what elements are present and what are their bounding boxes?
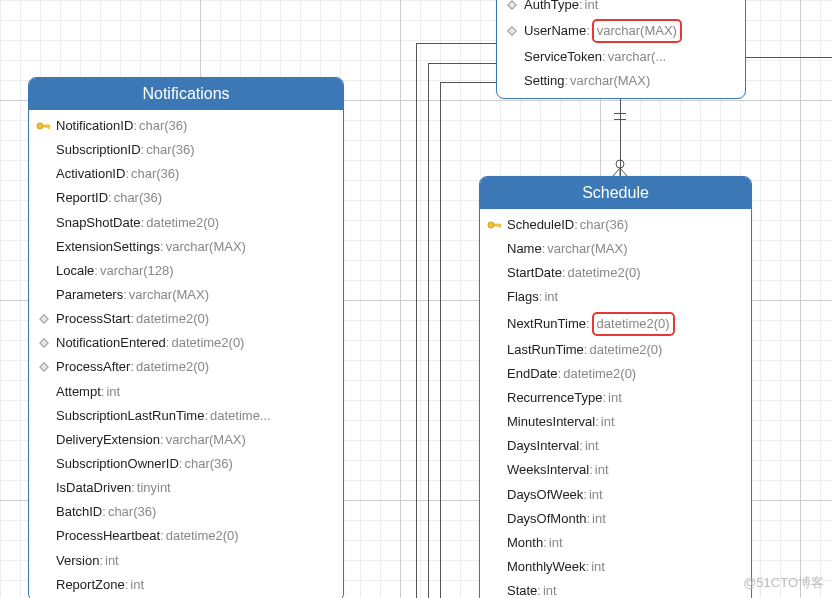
blank-icon (503, 74, 521, 88)
column-row[interactable]: NotificationEntered: datetime2(0) (29, 331, 343, 355)
column-row[interactable]: Locale: varchar(128) (29, 259, 343, 283)
column-row[interactable]: Version: int (29, 549, 343, 573)
column-row[interactable]: SubscriptionLastRunTime: datetime... (29, 404, 343, 428)
svg-rect-15 (499, 224, 501, 228)
column-name: SubscriptionOwnerID (56, 454, 179, 474)
column-type: char(36) (184, 454, 232, 474)
column-type: varchar(... (608, 47, 667, 67)
column-name: State (507, 581, 537, 598)
column-name: MinutesInterval (507, 412, 595, 432)
column-row[interactable]: MonthlyWeek: int (480, 555, 751, 579)
column-name: Month (507, 533, 543, 553)
column-name: StartDate (507, 263, 562, 283)
column-type: datetime2(0) (592, 312, 675, 336)
column-row[interactable]: NotificationID: char(36) (29, 114, 343, 138)
column-type: int (543, 581, 557, 598)
column-row[interactable]: DeliveryExtension: varchar(MAX) (29, 428, 343, 452)
column-row[interactable]: BatchID: char(36) (29, 500, 343, 524)
blank-icon (486, 536, 504, 550)
entity-top[interactable]: AuthType: intUserName: varchar(MAX)Servi… (496, 0, 746, 99)
blank-icon (486, 560, 504, 574)
column-type: datetime... (210, 406, 271, 426)
column-type: varchar(128) (100, 261, 174, 281)
column-name: NotificationID (56, 116, 133, 136)
column-row[interactable]: DaysOfWeek: int (480, 483, 751, 507)
column-type: int (585, 436, 599, 456)
blank-icon (486, 290, 504, 304)
column-row[interactable]: Setting: varchar(MAX) (497, 69, 745, 93)
column-name: ActivationID (56, 164, 125, 184)
column-name: SnapShotDate (56, 213, 141, 233)
column-row[interactable]: Name: varchar(MAX) (480, 237, 751, 261)
column-row[interactable]: ServiceToken: varchar(... (497, 45, 745, 69)
column-row[interactable]: IsDataDriven: tinyint (29, 476, 343, 500)
column-row[interactable]: ProcessAfter: datetime2(0) (29, 355, 343, 379)
svg-rect-11 (40, 339, 48, 347)
column-row[interactable]: DaysInterval: int (480, 434, 751, 458)
column-row[interactable]: ExtensionSettings: varchar(MAX) (29, 235, 343, 259)
blank-icon (35, 385, 53, 399)
column-row[interactable]: ReportZone: int (29, 573, 343, 597)
entity-schedule[interactable]: Schedule ScheduleID: char(36)Name: varch… (479, 176, 752, 598)
column-type: int (592, 509, 606, 529)
column-row[interactable]: Parameters: varchar(MAX) (29, 283, 343, 307)
column-name: ScheduleID (507, 215, 574, 235)
connector-tick (614, 113, 626, 114)
column-row[interactable]: Attempt: int (29, 380, 343, 404)
column-row[interactable]: ProcessHeartbeat: datetime2(0) (29, 524, 343, 548)
column-name: ExtensionSettings (56, 237, 160, 257)
column-type: int (130, 575, 144, 595)
column-name: Name (507, 239, 542, 259)
column-type: varchar(MAX) (129, 285, 209, 305)
blank-icon (486, 317, 504, 331)
column-row[interactable]: WeeksInterval: int (480, 458, 751, 482)
column-row[interactable]: Month: int (480, 531, 751, 555)
column-row[interactable]: EndDate: datetime2(0) (480, 362, 751, 386)
column-row[interactable]: LastRunTime: datetime2(0) (480, 338, 751, 362)
column-row[interactable]: SubscriptionID: char(36) (29, 138, 343, 162)
column-name: ProcessHeartbeat (56, 526, 160, 546)
column-row[interactable]: ReportID: char(36) (29, 186, 343, 210)
column-row[interactable]: State: int (480, 579, 751, 598)
column-row[interactable]: RecurrenceType: int (480, 386, 751, 410)
column-name: NotificationEntered (56, 333, 166, 353)
diamond-icon (35, 312, 53, 326)
column-name: DaysOfMonth (507, 509, 586, 529)
column-type: char(36) (139, 116, 187, 136)
column-row[interactable]: MinutesInterval: int (480, 410, 751, 434)
column-type: char(36) (580, 215, 628, 235)
column-row[interactable]: SnapShotDate: datetime2(0) (29, 211, 343, 235)
column-row[interactable]: DaysOfMonth: int (480, 507, 751, 531)
column-name: ProcessStart (56, 309, 130, 329)
column-name: Attempt (56, 382, 101, 402)
column-row[interactable]: ProcessStart: datetime2(0) (29, 307, 343, 331)
column-row[interactable]: NextRunTime: datetime2(0) (480, 310, 751, 338)
column-row[interactable]: Flags: int (480, 285, 751, 309)
crowfoot-icon (611, 158, 629, 176)
column-type: varchar(MAX) (570, 71, 650, 91)
blank-icon (486, 512, 504, 526)
column-row[interactable]: SubscriptionOwnerID: char(36) (29, 452, 343, 476)
blank-icon (35, 264, 53, 278)
column-row[interactable]: AuthType: int (497, 0, 745, 17)
blank-icon (35, 554, 53, 568)
svg-rect-5 (508, 27, 516, 35)
column-type: int (105, 551, 119, 571)
column-row[interactable]: ScheduleID: char(36) (480, 213, 751, 237)
column-type: char(36) (131, 164, 179, 184)
connector-tick (614, 119, 626, 120)
blank-icon (486, 367, 504, 381)
column-type: varchar(MAX) (592, 19, 682, 43)
column-type: int (544, 287, 558, 307)
column-row[interactable]: ActivationID: char(36) (29, 162, 343, 186)
column-name: DaysOfWeek (507, 485, 583, 505)
column-row[interactable]: UserName: varchar(MAX) (497, 17, 745, 45)
column-name: ReportID (56, 188, 108, 208)
column-type: varchar(MAX) (166, 237, 246, 257)
blank-icon (35, 457, 53, 471)
blank-icon (35, 433, 53, 447)
blank-icon (35, 240, 53, 254)
column-type: int (589, 485, 603, 505)
entity-notifications[interactable]: Notifications NotificationID: char(36)Su… (28, 77, 344, 598)
column-row[interactable]: StartDate: datetime2(0) (480, 261, 751, 285)
